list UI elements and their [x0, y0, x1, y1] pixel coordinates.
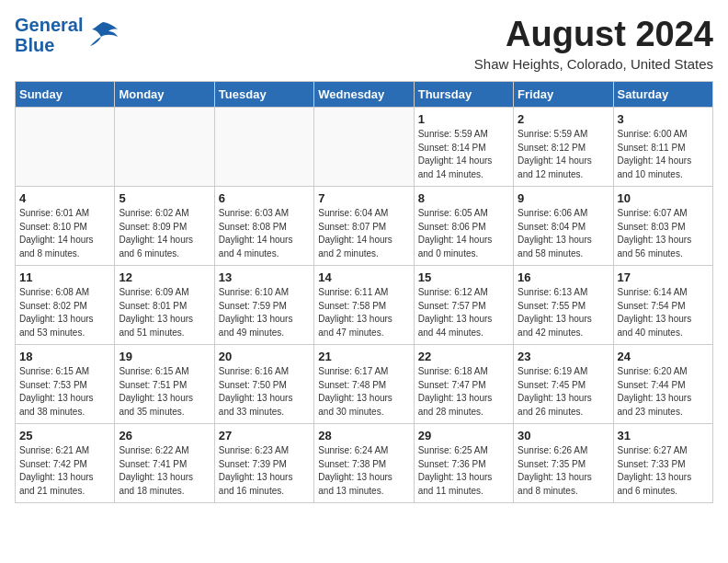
header: General Blue August 2024 Shaw Heights, C… — [15, 15, 713, 72]
day-info: Sunrise: 6:22 AM Sunset: 7:41 PM Dayligh… — [119, 444, 210, 498]
calendar-cell: 9Sunrise: 6:06 AM Sunset: 8:04 PM Daylig… — [514, 187, 613, 266]
calendar-cell: 20Sunrise: 6:16 AM Sunset: 7:50 PM Dayli… — [214, 345, 313, 424]
day-info: Sunrise: 6:00 AM Sunset: 8:11 PM Dayligh… — [618, 128, 709, 181]
day-info: Sunrise: 6:21 AM Sunset: 7:42 PM Dayligh… — [19, 444, 110, 498]
day-number: 3 — [618, 112, 709, 126]
calendar-cell: 15Sunrise: 6:12 AM Sunset: 7:57 PM Dayli… — [414, 266, 513, 345]
day-number: 6 — [219, 191, 310, 205]
day-info: Sunrise: 6:14 AM Sunset: 7:54 PM Dayligh… — [618, 286, 709, 339]
calendar-week-1: 1Sunrise: 5:59 AM Sunset: 8:14 PM Daylig… — [16, 108, 713, 187]
day-info: Sunrise: 6:04 AM Sunset: 8:07 PM Dayligh… — [318, 207, 409, 260]
calendar-cell: 16Sunrise: 6:13 AM Sunset: 7:55 PM Dayli… — [514, 266, 613, 345]
logo-bird-icon — [86, 20, 119, 50]
calendar-cell: 24Sunrise: 6:20 AM Sunset: 7:44 PM Dayli… — [613, 345, 712, 424]
calendar-cell: 22Sunrise: 6:18 AM Sunset: 7:47 PM Dayli… — [414, 345, 513, 424]
calendar-cell: 2Sunrise: 5:59 AM Sunset: 8:12 PM Daylig… — [514, 108, 613, 187]
day-number: 8 — [418, 191, 509, 205]
day-info: Sunrise: 6:19 AM Sunset: 7:45 PM Dayligh… — [518, 365, 609, 419]
day-number: 10 — [618, 191, 709, 205]
day-number: 19 — [119, 350, 210, 363]
day-number: 14 — [318, 270, 409, 284]
calendar-cell: 26Sunrise: 6:22 AM Sunset: 7:41 PM Dayli… — [115, 424, 214, 503]
day-info: Sunrise: 6:05 AM Sunset: 8:06 PM Dayligh… — [418, 207, 509, 260]
calendar-cell: 10Sunrise: 6:07 AM Sunset: 8:03 PM Dayli… — [613, 187, 712, 266]
calendar-cell: 4Sunrise: 6:01 AM Sunset: 8:10 PM Daylig… — [16, 187, 115, 266]
calendar-cell: 5Sunrise: 6:02 AM Sunset: 8:09 PM Daylig… — [115, 187, 214, 266]
day-number: 2 — [518, 112, 609, 126]
calendar-cell: 6Sunrise: 6:03 AM Sunset: 8:08 PM Daylig… — [214, 187, 313, 266]
day-info: Sunrise: 6:11 AM Sunset: 7:58 PM Dayligh… — [318, 286, 409, 339]
calendar-cell: 1Sunrise: 5:59 AM Sunset: 8:14 PM Daylig… — [414, 108, 513, 187]
location-title: Shaw Heights, Colorado, United States — [474, 56, 713, 72]
day-info: Sunrise: 6:23 AM Sunset: 7:39 PM Dayligh… — [219, 444, 310, 498]
calendar: SundayMondayTuesdayWednesdayThursdayFrid… — [15, 81, 713, 503]
day-number: 29 — [418, 429, 509, 442]
day-info: Sunrise: 6:02 AM Sunset: 8:09 PM Dayligh… — [119, 207, 210, 260]
day-info: Sunrise: 6:26 AM Sunset: 7:35 PM Dayligh… — [518, 444, 609, 498]
day-info: Sunrise: 6:17 AM Sunset: 7:48 PM Dayligh… — [318, 365, 409, 419]
day-info: Sunrise: 6:01 AM Sunset: 8:10 PM Dayligh… — [19, 207, 110, 260]
day-info: Sunrise: 6:06 AM Sunset: 8:04 PM Dayligh… — [518, 207, 609, 260]
calendar-cell: 27Sunrise: 6:23 AM Sunset: 7:39 PM Dayli… — [214, 424, 313, 503]
day-number: 26 — [119, 429, 210, 442]
calendar-cell: 7Sunrise: 6:04 AM Sunset: 8:07 PM Daylig… — [314, 187, 414, 266]
calendar-cell: 29Sunrise: 6:25 AM Sunset: 7:36 PM Dayli… — [414, 424, 513, 503]
day-number: 21 — [318, 350, 409, 363]
col-header-sunday: Sunday — [16, 82, 115, 108]
day-number: 31 — [618, 429, 709, 442]
day-info: Sunrise: 6:15 AM Sunset: 7:53 PM Dayligh… — [19, 365, 110, 419]
day-number: 5 — [119, 191, 210, 205]
calendar-cell — [314, 108, 414, 187]
calendar-cell: 17Sunrise: 6:14 AM Sunset: 7:54 PM Dayli… — [613, 266, 712, 345]
day-info: Sunrise: 6:08 AM Sunset: 8:02 PM Dayligh… — [19, 286, 110, 339]
calendar-week-2: 4Sunrise: 6:01 AM Sunset: 8:10 PM Daylig… — [16, 187, 713, 266]
day-number: 22 — [418, 350, 509, 363]
calendar-cell — [214, 108, 313, 187]
calendar-cell: 13Sunrise: 6:10 AM Sunset: 7:59 PM Dayli… — [214, 266, 313, 345]
day-number: 18 — [19, 350, 110, 363]
day-number: 30 — [518, 429, 609, 442]
calendar-cell: 19Sunrise: 6:15 AM Sunset: 7:51 PM Dayli… — [115, 345, 214, 424]
month-title: August 2024 — [474, 15, 713, 54]
day-info: Sunrise: 6:10 AM Sunset: 7:59 PM Dayligh… — [219, 286, 310, 339]
calendar-cell: 14Sunrise: 6:11 AM Sunset: 7:58 PM Dayli… — [314, 266, 414, 345]
calendar-cell: 23Sunrise: 6:19 AM Sunset: 7:45 PM Dayli… — [514, 345, 613, 424]
day-number: 17 — [618, 270, 709, 284]
day-info: Sunrise: 5:59 AM Sunset: 8:14 PM Dayligh… — [418, 128, 509, 181]
col-header-saturday: Saturday — [613, 82, 712, 108]
day-number: 4 — [19, 191, 110, 205]
col-header-friday: Friday — [514, 82, 613, 108]
day-info: Sunrise: 6:20 AM Sunset: 7:44 PM Dayligh… — [618, 365, 709, 419]
day-info: Sunrise: 6:15 AM Sunset: 7:51 PM Dayligh… — [119, 365, 210, 419]
title-block: August 2024 Shaw Heights, Colorado, Unit… — [474, 15, 713, 72]
col-header-tuesday: Tuesday — [214, 82, 313, 108]
logo-line2: Blue — [15, 35, 83, 55]
calendar-week-4: 18Sunrise: 6:15 AM Sunset: 7:53 PM Dayli… — [16, 345, 713, 424]
calendar-cell — [16, 108, 115, 187]
calendar-cell: 30Sunrise: 6:26 AM Sunset: 7:35 PM Dayli… — [514, 424, 613, 503]
day-info: Sunrise: 6:13 AM Sunset: 7:55 PM Dayligh… — [518, 286, 609, 339]
calendar-week-5: 25Sunrise: 6:21 AM Sunset: 7:42 PM Dayli… — [16, 424, 713, 503]
day-number: 20 — [219, 350, 310, 363]
day-info: Sunrise: 6:07 AM Sunset: 8:03 PM Dayligh… — [618, 207, 709, 260]
logo-line1: General — [15, 15, 83, 35]
calendar-cell: 12Sunrise: 6:09 AM Sunset: 8:01 PM Dayli… — [115, 266, 214, 345]
calendar-cell: 3Sunrise: 6:00 AM Sunset: 8:11 PM Daylig… — [613, 108, 712, 187]
calendar-header-row: SundayMondayTuesdayWednesdayThursdayFrid… — [16, 82, 713, 108]
day-number: 9 — [518, 191, 609, 205]
day-info: Sunrise: 6:16 AM Sunset: 7:50 PM Dayligh… — [219, 365, 310, 419]
calendar-cell: 18Sunrise: 6:15 AM Sunset: 7:53 PM Dayli… — [16, 345, 115, 424]
calendar-cell: 21Sunrise: 6:17 AM Sunset: 7:48 PM Dayli… — [314, 345, 414, 424]
day-info: Sunrise: 6:25 AM Sunset: 7:36 PM Dayligh… — [418, 444, 509, 498]
col-header-monday: Monday — [115, 82, 214, 108]
day-number: 28 — [318, 429, 409, 442]
day-info: Sunrise: 6:18 AM Sunset: 7:47 PM Dayligh… — [418, 365, 509, 419]
logo: General Blue — [15, 15, 119, 55]
day-number: 16 — [518, 270, 609, 284]
day-number: 15 — [418, 270, 509, 284]
day-info: Sunrise: 6:09 AM Sunset: 8:01 PM Dayligh… — [119, 286, 210, 339]
col-header-wednesday: Wednesday — [314, 82, 414, 108]
day-number: 12 — [119, 270, 210, 284]
calendar-cell: 8Sunrise: 6:05 AM Sunset: 8:06 PM Daylig… — [414, 187, 513, 266]
day-number: 27 — [219, 429, 310, 442]
